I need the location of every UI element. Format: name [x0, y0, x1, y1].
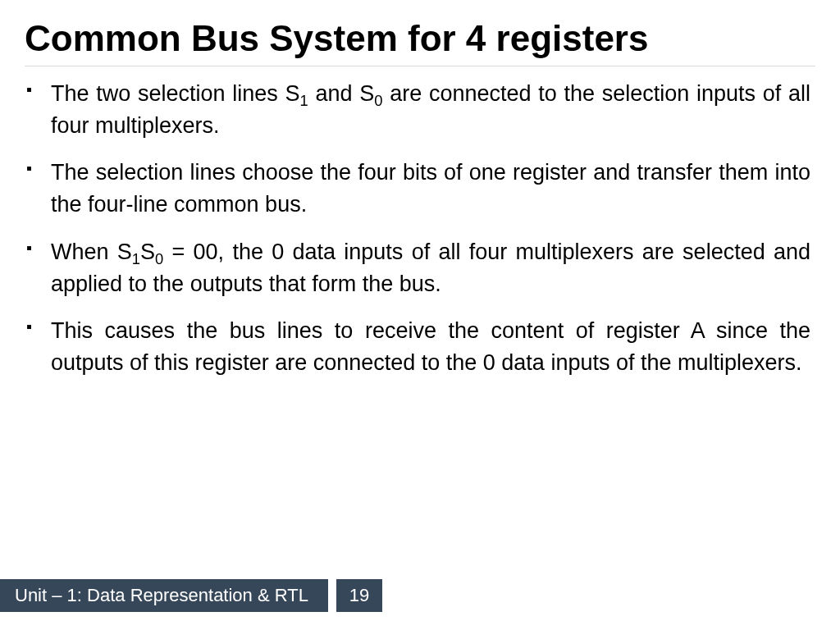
bullet-list: The two selection lines S1 and S0 are co… — [0, 78, 840, 379]
subscript: 0 — [155, 250, 163, 267]
bullet-text: S — [140, 240, 155, 264]
bullet-item: The selection lines choose the four bits… — [51, 157, 810, 221]
footer-unit-label: Unit – 1: Data Representation & RTL — [0, 579, 328, 612]
bullet-text: = 00, the 0 data inputs of all four mult… — [51, 240, 810, 296]
footer-page-number: 19 — [336, 579, 382, 612]
bullet-item: When S1S0 = 00, the 0 data inputs of all… — [51, 236, 810, 300]
bullet-item: The two selection lines S1 and S0 are co… — [51, 78, 810, 142]
title-divider — [25, 66, 815, 66]
slide: Common Bus System for 4 registers The tw… — [0, 0, 840, 630]
slide-title: Common Bus System for 4 registers — [0, 0, 840, 66]
bullet-text: When S — [51, 240, 132, 264]
bullet-text: This causes the bus lines to receive the… — [51, 318, 810, 375]
bullet-item: This causes the bus lines to receive the… — [51, 315, 810, 379]
bullet-text: The selection lines choose the four bits… — [51, 160, 810, 217]
subscript: 0 — [374, 92, 382, 109]
footer: Unit – 1: Data Representation & RTL 19 — [0, 579, 382, 612]
bullet-text: The two selection lines S — [51, 81, 300, 106]
bullet-text: and S — [308, 81, 375, 106]
subscript: 1 — [300, 92, 308, 109]
subscript: 1 — [132, 250, 140, 267]
